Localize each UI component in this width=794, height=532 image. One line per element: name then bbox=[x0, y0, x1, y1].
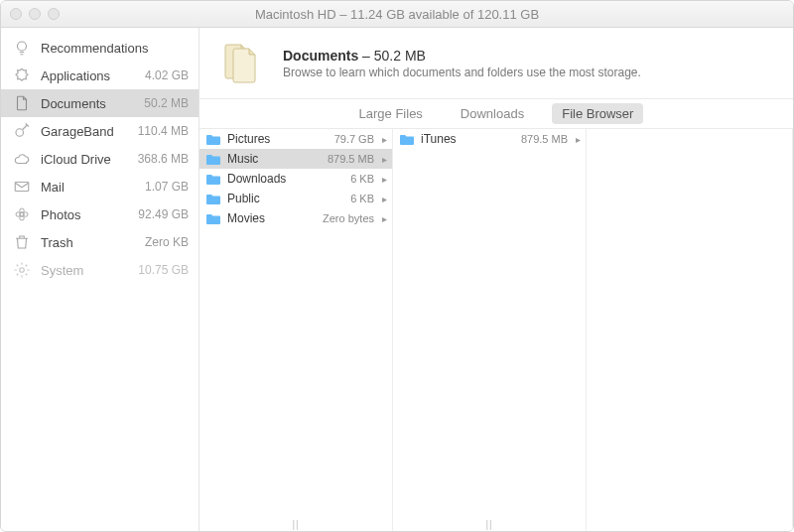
folder-icon bbox=[205, 173, 221, 186]
tab-large-files[interactable]: Large Files bbox=[349, 103, 433, 124]
folder-row[interactable]: iTunes 879.5 MB ▸ bbox=[393, 129, 586, 149]
folder-size: 79.7 GB bbox=[334, 133, 374, 145]
folder-row[interactable]: Public 6 KB ▸ bbox=[199, 189, 392, 208]
sidebar-item-recommendations[interactable]: Recommendations bbox=[1, 34, 198, 62]
applications-icon bbox=[13, 66, 31, 84]
svg-point-8 bbox=[20, 268, 25, 273]
sidebar-item-garageband[interactable]: GarageBand 110.4 MB bbox=[1, 117, 198, 145]
category-header: Documents – 50.2 MB Browse to learn whic… bbox=[199, 28, 793, 99]
sidebar-item-size: Zero KB bbox=[145, 235, 189, 249]
sidebar-item-photos[interactable]: Photos 92.49 GB bbox=[1, 200, 198, 228]
sidebar-item-label: System bbox=[41, 263, 128, 278]
folder-icon bbox=[205, 193, 221, 205]
documents-icon bbox=[13, 94, 31, 112]
folder-icon bbox=[399, 133, 415, 146]
column-resize-handle[interactable]: || bbox=[292, 519, 299, 530]
window-body: Recommendations Applications 4.02 GB Doc… bbox=[1, 28, 793, 531]
sidebar-item-label: Documents bbox=[41, 96, 134, 111]
titlebar[interactable]: Macintosh HD – 11.24 GB available of 120… bbox=[1, 1, 793, 28]
sidebar-item-system[interactable]: System 10.75 GB bbox=[1, 256, 198, 284]
tab-downloads[interactable]: Downloads bbox=[451, 103, 534, 124]
category-subtitle: Browse to learn which documents and fold… bbox=[283, 66, 641, 79]
sidebar-item-size: 1.07 GB bbox=[145, 180, 189, 194]
sidebar-item-label: Recommendations bbox=[41, 41, 179, 56]
cloud-icon bbox=[13, 150, 31, 168]
mail-icon bbox=[13, 178, 31, 196]
folder-name: iTunes bbox=[421, 132, 515, 146]
chevron-right-icon: ▸ bbox=[380, 194, 388, 204]
sidebar-item-label: Trash bbox=[41, 235, 135, 250]
sidebar-item-size: 50.2 MB bbox=[144, 96, 189, 110]
folder-icon bbox=[205, 133, 221, 146]
sidebar-item-label: Photos bbox=[41, 207, 128, 222]
sidebar-item-mail[interactable]: Mail 1.07 GB bbox=[1, 173, 198, 200]
lightbulb-icon bbox=[13, 39, 31, 57]
folder-row[interactable]: Downloads 6 KB ▸ bbox=[199, 169, 392, 189]
storage-management-window: Macintosh HD – 11.24 GB available of 120… bbox=[0, 0, 794, 532]
window-controls bbox=[10, 8, 60, 20]
chevron-right-icon: ▸ bbox=[380, 174, 388, 185]
browser-column-2[interactable]: iTunes 879.5 MB ▸ || bbox=[393, 129, 587, 531]
chevron-right-icon: ▸ bbox=[380, 154, 388, 165]
sidebar-item-size: 4.02 GB bbox=[145, 68, 189, 82]
sidebar-item-applications[interactable]: Applications 4.02 GB bbox=[1, 62, 198, 89]
folder-name: Downloads bbox=[227, 172, 344, 186]
folder-row[interactable]: Pictures 79.7 GB ▸ bbox=[199, 129, 392, 149]
folder-size: 879.5 MB bbox=[328, 153, 374, 165]
sidebar-item-size: 92.49 GB bbox=[138, 207, 189, 221]
folder-row[interactable]: Movies Zero bytes ▸ bbox=[199, 208, 392, 228]
sidebar-item-label: iCloud Drive bbox=[41, 152, 128, 167]
folder-name: Music bbox=[227, 152, 322, 166]
photos-icon bbox=[13, 205, 31, 223]
tab-file-browser[interactable]: File Browser bbox=[552, 103, 643, 124]
folder-name: Public bbox=[227, 192, 344, 205]
chevron-right-icon: ▸ bbox=[574, 134, 582, 145]
sidebar-item-size: 10.75 GB bbox=[138, 263, 189, 277]
gear-icon bbox=[13, 261, 31, 279]
category-header-text: Documents – 50.2 MB Browse to learn whic… bbox=[283, 48, 641, 79]
folder-name: Movies bbox=[227, 211, 317, 225]
documents-large-icon bbox=[217, 39, 267, 88]
main-panel: Documents – 50.2 MB Browse to learn whic… bbox=[199, 28, 793, 531]
column-resize-handle[interactable]: || bbox=[485, 519, 492, 530]
sidebar-item-label: Mail bbox=[41, 180, 135, 195]
column-browser: Pictures 79.7 GB ▸ Music 879.5 MB ▸ Down… bbox=[199, 129, 793, 531]
svg-point-0 bbox=[18, 42, 27, 51]
browser-column-1[interactable]: Pictures 79.7 GB ▸ Music 879.5 MB ▸ Down… bbox=[199, 129, 393, 531]
sidebar-item-label: Applications bbox=[41, 68, 135, 83]
window-title: Macintosh HD – 11.24 GB available of 120… bbox=[1, 7, 793, 22]
browser-column-3[interactable] bbox=[587, 129, 793, 531]
close-icon[interactable] bbox=[10, 8, 22, 20]
sidebar-item-size: 368.6 MB bbox=[138, 152, 189, 166]
sidebar-item-documents[interactable]: Documents 50.2 MB bbox=[1, 89, 198, 117]
folder-row[interactable]: Music 879.5 MB ▸ bbox=[199, 149, 392, 169]
garageband-icon bbox=[13, 122, 31, 140]
sidebar-item-size: 110.4 MB bbox=[138, 124, 189, 138]
chevron-right-icon: ▸ bbox=[380, 213, 388, 224]
folder-size: 879.5 MB bbox=[521, 133, 568, 145]
svg-rect-2 bbox=[15, 183, 29, 192]
folder-name: Pictures bbox=[227, 132, 329, 146]
sidebar: Recommendations Applications 4.02 GB Doc… bbox=[1, 28, 199, 531]
sidebar-item-label: GarageBand bbox=[41, 124, 128, 139]
svg-point-1 bbox=[16, 129, 24, 137]
folder-size: 6 KB bbox=[350, 193, 374, 204]
minimize-icon[interactable] bbox=[29, 8, 41, 20]
trash-icon bbox=[13, 233, 31, 251]
folder-size: Zero bytes bbox=[323, 212, 374, 224]
folder-icon bbox=[205, 212, 221, 225]
chevron-right-icon: ▸ bbox=[380, 134, 388, 145]
sidebar-item-icloud[interactable]: iCloud Drive 368.6 MB bbox=[1, 145, 198, 173]
folder-size: 6 KB bbox=[350, 173, 374, 185]
folder-icon bbox=[205, 153, 221, 166]
category-title: Documents – 50.2 MB bbox=[283, 48, 641, 64]
zoom-icon[interactable] bbox=[48, 8, 60, 20]
sidebar-item-trash[interactable]: Trash Zero KB bbox=[1, 228, 198, 256]
view-tabs: Large Files Downloads File Browser bbox=[199, 99, 793, 129]
